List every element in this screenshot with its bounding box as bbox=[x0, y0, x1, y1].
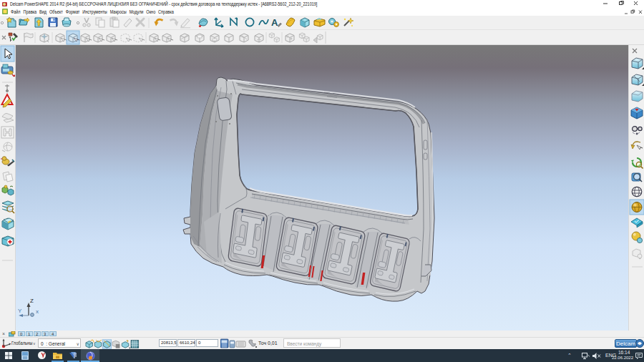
svg-text:Z: Z bbox=[30, 298, 34, 304]
svg-text:x: x bbox=[36, 308, 39, 315]
svg-text:Y: Y bbox=[18, 308, 22, 314]
svg-text:A: A bbox=[271, 17, 278, 28]
